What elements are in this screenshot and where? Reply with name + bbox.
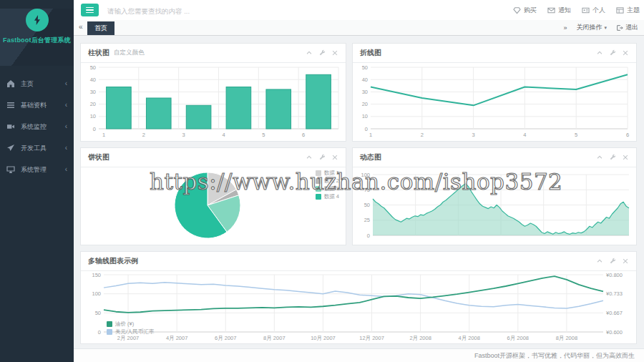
- app-title: Fastboot后台管理系统: [0, 36, 74, 45]
- svg-text:50: 50: [90, 64, 96, 71]
- legend-item[interactable]: 数据 3: [316, 185, 339, 192]
- search-input[interactable]: [106, 3, 409, 19]
- svg-text:5: 5: [575, 132, 577, 138]
- topbar-item-notice[interactable]: 通知: [547, 6, 571, 15]
- legend-label: 数据 3: [324, 185, 339, 192]
- svg-text:20: 20: [90, 101, 96, 107]
- multi-axis-chart: 0¥0.60050¥0.667100¥0.733150¥0.8002月 2007…: [81, 271, 635, 342]
- chevron-up-icon[interactable]: [596, 154, 603, 161]
- svg-text:25: 25: [364, 217, 370, 223]
- panel-tools: [596, 154, 629, 161]
- sidebar-item-system[interactable]: 系统管理‹: [0, 159, 74, 180]
- menu-toggle-button[interactable]: [81, 4, 99, 16]
- svg-text:0: 0: [367, 233, 370, 239]
- chevron-up-icon[interactable]: [596, 49, 603, 57]
- svg-text:2: 2: [142, 132, 145, 138]
- legend-item[interactable]: 美元/人民币汇率: [107, 328, 155, 335]
- legend-item[interactable]: 数据 1: [316, 170, 339, 176]
- chevron-left-icon: ‹: [65, 102, 67, 109]
- exit-label: 退出: [625, 23, 638, 32]
- svg-text:10月 2007: 10月 2007: [311, 335, 336, 341]
- wrench-icon[interactable]: [609, 49, 616, 57]
- svg-text:2: 2: [421, 132, 424, 138]
- close-icon[interactable]: [622, 49, 629, 57]
- wrench-icon[interactable]: [318, 49, 326, 57]
- svg-text:6: 6: [626, 132, 629, 138]
- panel-title: 折线图: [360, 48, 381, 58]
- tab-home[interactable]: 首页: [87, 21, 114, 35]
- topbar-item-theme[interactable]: 主题: [616, 6, 640, 15]
- svg-text:6月 2007: 6月 2007: [215, 335, 236, 341]
- sidebar-item-label: 基础资料: [21, 101, 47, 110]
- topbar-item-profile[interactable]: 个人: [582, 6, 605, 15]
- panel-tools: [306, 154, 338, 161]
- svg-text:50: 50: [95, 310, 101, 316]
- exit-button[interactable]: 退出: [616, 23, 638, 32]
- svg-text:6月 2008: 6月 2008: [507, 335, 529, 341]
- panel-title: 柱状图: [88, 48, 109, 58]
- panel-body: 0¥0.60050¥0.667100¥0.733150¥0.8002月 2007…: [81, 271, 636, 345]
- svg-text:8月 2007: 8月 2007: [263, 335, 285, 341]
- topbar-item-buy[interactable]: 购买: [513, 6, 537, 15]
- home-icon: [6, 79, 15, 88]
- close-icon[interactable]: [331, 154, 338, 161]
- chevron-up-icon[interactable]: [306, 154, 313, 161]
- sidebar-item-monitor[interactable]: 系统监控‹: [0, 116, 74, 137]
- svg-text:¥0.667: ¥0.667: [606, 310, 623, 316]
- panel-tools: [596, 49, 629, 57]
- caret-down-icon: ▾: [604, 25, 607, 31]
- app-window: Fastboot后台管理系统 主页‹基础资料‹系统监控‹开发工具‹系统管理‹ 购…: [0, 0, 644, 362]
- bar-chart: 01020304050123456: [81, 63, 344, 140]
- svg-text:¥0.800: ¥0.800: [606, 272, 623, 278]
- scroll-tabs-right-icon[interactable]: »: [563, 24, 567, 31]
- svg-text:1: 1: [369, 132, 372, 138]
- legend-item[interactable]: 数据 2: [316, 177, 339, 184]
- svg-text:0: 0: [93, 126, 96, 132]
- close-operations-dropdown[interactable]: 关闭操作 ▾: [576, 23, 607, 32]
- wrench-icon[interactable]: [318, 154, 326, 161]
- chevron-up-icon[interactable]: [306, 49, 313, 57]
- sidebar-item-label: 开发工具: [21, 144, 47, 153]
- desktop-icon: [6, 165, 15, 174]
- close-icon[interactable]: [622, 154, 629, 161]
- footer: Fastboot开源框架，书写优雅，代码华丽，但为高效而生: [74, 348, 644, 362]
- wrench-icon[interactable]: [609, 258, 616, 265]
- panel-bar-chart: 柱状图 自定义颜色 01020304050123456: [80, 43, 346, 142]
- sidebar: Fastboot后台管理系统 主页‹基础资料‹系统监控‹开发工具‹系统管理‹: [0, 0, 74, 362]
- legend-swatch: [107, 321, 112, 327]
- chevron-up-icon[interactable]: [596, 258, 603, 265]
- svg-text:4: 4: [523, 132, 526, 138]
- panel-dynamic-chart: 动态图 0255075100: [352, 147, 637, 245]
- line-chart: 01020304050123456: [353, 63, 635, 140]
- legend-item[interactable]: 油价 (¥): [107, 321, 155, 327]
- legend-swatch: [316, 170, 321, 176]
- sidebar-menu: 主页‹基础资料‹系统监控‹开发工具‹系统管理‹: [0, 73, 74, 180]
- sidebar-item-base-data[interactable]: 基础资料‹: [0, 94, 74, 116]
- panel-title: 动态图: [360, 152, 381, 162]
- top-menu: 购买通知个人主题: [513, 0, 640, 20]
- legend-label: 数据 1: [324, 170, 339, 176]
- legend-item[interactable]: 数据 4: [316, 193, 339, 200]
- svg-text:40: 40: [90, 77, 96, 83]
- sidebar-item-label: 系统管理: [21, 165, 47, 175]
- wrench-icon[interactable]: [609, 154, 616, 161]
- id-card-icon: [582, 6, 590, 14]
- close-icon[interactable]: [331, 49, 338, 57]
- sidebar-item-dev-tools[interactable]: 开发工具‹: [0, 137, 74, 159]
- svg-text:20: 20: [362, 101, 368, 107]
- sidebar-item-home[interactable]: 主页‹: [0, 73, 74, 94]
- chevron-left-icon: ‹: [65, 145, 67, 152]
- legend-swatch: [316, 186, 321, 192]
- svg-text:8月 2008: 8月 2008: [556, 335, 577, 341]
- logo-lightning-icon: [26, 9, 49, 31]
- sign-out-icon: [616, 24, 623, 31]
- area-chart: 0255075100: [353, 167, 635, 243]
- panel-tools: [596, 258, 629, 265]
- panel-subtitle: 自定义颜色: [114, 49, 145, 57]
- panel-header: 饼状图: [81, 148, 346, 167]
- scroll-tabs-left-icon[interactable]: «: [79, 23, 83, 31]
- close-icon[interactable]: [622, 258, 629, 265]
- svg-text:1: 1: [102, 132, 105, 138]
- panel-title: 饼状图: [88, 152, 109, 162]
- topbar-item-label: 通知: [558, 6, 571, 15]
